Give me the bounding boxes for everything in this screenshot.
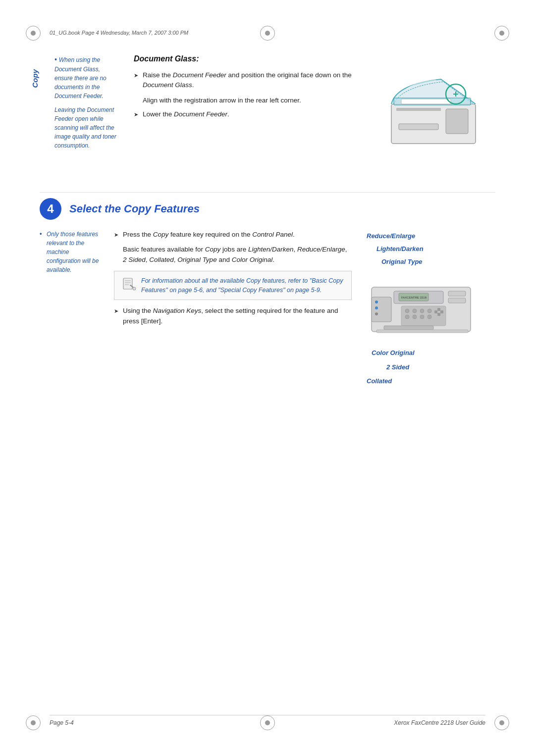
step4-margin-notes: • Only those features relevant to the ma… [40, 230, 114, 389]
svg-rect-33 [437, 308, 440, 311]
svg-rect-18 [448, 291, 466, 296]
svg-point-23 [375, 312, 378, 315]
corner-mark-tl [26, 26, 41, 41]
svg-point-26 [413, 309, 417, 313]
copy-label: Copy [31, 69, 39, 88]
svg-rect-5 [401, 99, 451, 104]
bullet-note-1: When using the Document Glass, ensure th… [54, 54, 119, 101]
svg-rect-19 [448, 298, 466, 303]
svg-rect-2 [446, 109, 468, 134]
svg-rect-37 [384, 326, 433, 330]
svg-rect-36 [440, 310, 443, 313]
svg-point-27 [420, 309, 424, 313]
label-2sided: 2 Sided [367, 360, 495, 375]
label-color-original: Color Original [367, 346, 495, 360]
svg-rect-34 [437, 313, 440, 316]
doc-glass-image [367, 54, 495, 153]
svg-rect-20 [372, 297, 391, 322]
footer-right: Xerox FaxCentre 2218 User Guide [394, 719, 485, 726]
fax-machine-svg: FAXCENTRE 2218 [367, 272, 481, 342]
corner-mark-bl [26, 715, 41, 730]
step4-right-panel: Reduce/Enlarge Lighten/Darken Original T… [367, 230, 495, 389]
below-machine-labels: Color Original 2 Sided Collated [367, 346, 495, 389]
doc-glass-step-2: Lower the Document Feeder. [134, 109, 352, 119]
note-icon [121, 276, 136, 295]
note-text: For information about all the available … [141, 276, 344, 295]
label-reduce-enlarge: Reduce/Enlarge [367, 230, 495, 243]
footer-left: Page 5-4 [50, 719, 74, 726]
doc-glass-step-1-sub: Align with the registration arrow in the… [143, 96, 352, 105]
step4-step1: Press the Copy feature key required on t… [114, 230, 352, 240]
doc-glass-step-1: Raise the Document Feeder and position t… [134, 70, 352, 91]
step4-section: 4 Select the Copy Features • Only those … [40, 198, 495, 389]
doc-glass-instructions: Document Glass: Raise the Document Feede… [134, 54, 352, 153]
svg-point-30 [420, 315, 424, 319]
step4-title: Select the Copy Features [69, 202, 200, 215]
page-header: 01_UG.book Page 4 Wednesday, March 7, 20… [50, 30, 485, 36]
note-box: For information about all the available … [114, 271, 352, 301]
svg-point-32 [428, 315, 431, 319]
svg-rect-38 [376, 330, 468, 333]
svg-point-13 [133, 287, 136, 290]
right-labels: Reduce/Enlarge Lighten/Darken Original T… [367, 230, 495, 268]
svg-point-25 [405, 309, 409, 313]
step4-body: • Only those features relevant to the ma… [40, 230, 495, 389]
step4-step2: Using the Navigation Keys, select the se… [114, 306, 352, 326]
corner-mark-tr [494, 26, 509, 41]
step4-circle: 4 [40, 198, 61, 220]
step4-step1-sub: Basic features available for Copy jobs a… [123, 245, 352, 265]
corner-mark-br [494, 715, 509, 730]
label-original-type: Original Type [367, 255, 495, 268]
section-divider [40, 192, 495, 193]
svg-point-29 [413, 315, 417, 319]
page-footer: Page 5-4 Xerox FaxCentre 2218 User Guide [50, 715, 485, 726]
step4-header: 4 Select the Copy Features [40, 198, 495, 220]
svg-point-21 [375, 301, 378, 303]
svg-rect-3 [396, 108, 441, 111]
svg-text:FAXCENTRE 2218: FAXCENTRE 2218 [401, 296, 427, 299]
label-collated: Collated [367, 374, 495, 389]
svg-rect-9 [123, 278, 132, 289]
step4-margin-bullet: • Only those features relevant to the ma… [40, 230, 104, 274]
svg-point-31 [428, 309, 431, 313]
svg-point-28 [405, 315, 409, 319]
svg-rect-35 [434, 310, 437, 313]
svg-rect-1 [399, 124, 438, 130]
document-glass-section: When using the Document Glass, ensure th… [50, 54, 495, 153]
doc-glass-title: Document Glass: [134, 54, 352, 63]
doc-glass-svg [367, 54, 495, 153]
label-lighten-darken: Lighten/Darken [367, 243, 495, 255]
svg-point-22 [375, 306, 378, 309]
italic-note-1: Leaving the Document Feeder open while s… [54, 105, 119, 150]
step4-center-content: Press the Copy feature key required on t… [114, 230, 367, 389]
fax-machine-illustration: FAXCENTRE 2218 [367, 272, 495, 343]
left-margin-notes: When using the Document Glass, ensure th… [50, 54, 119, 153]
